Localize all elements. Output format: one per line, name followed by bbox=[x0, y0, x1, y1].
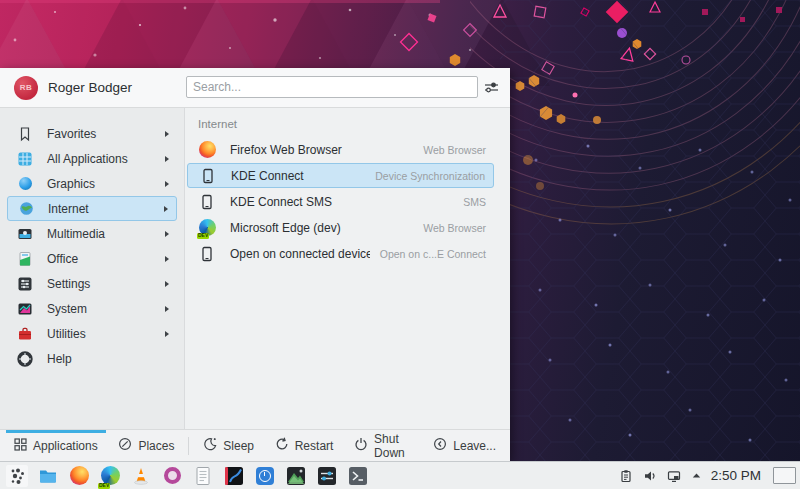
system-monitor-icon bbox=[17, 301, 33, 317]
sidebar-item-all-applications[interactable]: All Applications bbox=[7, 146, 177, 171]
chevron-right-icon bbox=[165, 131, 169, 137]
sidebar-label: All Applications bbox=[47, 152, 165, 166]
restart-arrow-icon bbox=[275, 437, 289, 454]
sidebar-item-favorites[interactable]: Favorites bbox=[7, 121, 177, 146]
vlc-cone-icon[interactable] bbox=[130, 465, 152, 487]
desktop: RB Roger Bodger Favorites All Applicati bbox=[0, 0, 800, 489]
tab-places[interactable]: Places bbox=[114, 430, 178, 461]
sidebar-label: Multimedia bbox=[47, 227, 165, 241]
leave-button[interactable]: Leave... bbox=[429, 430, 500, 461]
app-subtitle: Web Browser bbox=[423, 222, 486, 234]
app-row-kde-connect-sms[interactable]: KDE Connect SMS SMS bbox=[187, 189, 494, 214]
sidebar-item-settings[interactable]: Settings bbox=[7, 271, 177, 296]
app-name: KDE Connect bbox=[231, 169, 365, 183]
clipboard-icon[interactable] bbox=[619, 468, 634, 483]
media-screen-icon bbox=[17, 226, 33, 242]
sidebar-item-graphics[interactable]: Graphics bbox=[7, 171, 177, 196]
sphere-icon bbox=[17, 176, 33, 192]
terminal-icon[interactable] bbox=[347, 465, 369, 487]
chevron-right-icon bbox=[165, 156, 169, 162]
action-label: Leave... bbox=[453, 439, 496, 453]
sleep-button[interactable]: Sleep bbox=[199, 430, 258, 461]
caret-up-icon[interactable] bbox=[691, 468, 702, 483]
dark-wave-icon[interactable] bbox=[223, 465, 245, 487]
tab-applications[interactable]: Applications bbox=[10, 430, 102, 461]
app-row-microsoft-edge-dev[interactable]: dev Microsoft Edge (dev) Web Browser bbox=[187, 215, 494, 240]
smartphone-icon bbox=[199, 167, 217, 185]
footer-separator bbox=[188, 437, 189, 455]
app-row-open-on-connected-device[interactable]: Open on connected device via KDE Connect… bbox=[187, 241, 494, 266]
app-name: KDE Connect SMS bbox=[230, 195, 453, 209]
smartphone-icon bbox=[198, 245, 216, 263]
chevron-right-icon bbox=[164, 206, 168, 212]
edge-dev-icon: dev bbox=[198, 219, 216, 237]
globe-icon bbox=[18, 201, 34, 217]
sidebar-item-utilities[interactable]: Utilities bbox=[7, 321, 177, 346]
sidebar-label: Internet bbox=[48, 202, 164, 216]
clock[interactable]: 2:50 PM bbox=[711, 468, 761, 483]
category-sidebar: Favorites All Applications Graphics Inte… bbox=[0, 108, 185, 429]
app-subtitle: Web Browser bbox=[423, 144, 486, 156]
hex-mesh bbox=[500, 0, 800, 489]
sidebar-item-system[interactable]: System bbox=[7, 296, 177, 321]
power-icon bbox=[354, 437, 368, 454]
sidebar-item-office[interactable]: Office bbox=[7, 246, 177, 271]
action-label: Restart bbox=[295, 439, 334, 453]
app-row-kde-connect[interactable]: KDE Connect Device Synchronization bbox=[187, 163, 494, 188]
sidebar-label: Office bbox=[47, 252, 165, 266]
leave-circle-icon bbox=[433, 437, 447, 454]
sidebar-label: Help bbox=[47, 352, 169, 366]
sidebar-label: System bbox=[47, 302, 165, 316]
help-ring-icon bbox=[17, 351, 33, 367]
settings-sliders-icon bbox=[17, 276, 33, 292]
app-row-firefox[interactable]: Firefox Web Browser Web Browser bbox=[187, 137, 494, 162]
blue-clock-icon[interactable] bbox=[254, 465, 276, 487]
compass-icon bbox=[118, 437, 132, 454]
chevron-right-icon bbox=[165, 306, 169, 312]
purple-ring-icon[interactable] bbox=[161, 465, 183, 487]
sidebar-label: Utilities bbox=[47, 327, 165, 341]
kde-launcher-icon[interactable] bbox=[6, 465, 28, 487]
chevron-right-icon bbox=[165, 331, 169, 337]
avatar[interactable]: RB bbox=[14, 76, 38, 100]
sidebar-item-internet[interactable]: Internet bbox=[7, 196, 177, 221]
office-document-icon bbox=[17, 251, 33, 267]
dev-badge: dev bbox=[98, 483, 110, 489]
firefox-icon bbox=[198, 141, 216, 159]
toolbox-icon bbox=[17, 326, 33, 342]
restart-button[interactable]: Restart bbox=[271, 430, 338, 461]
application-list: Internet Firefox Web Browser Web Browser… bbox=[185, 108, 510, 429]
moon-icon bbox=[203, 437, 217, 454]
sidebar-item-multimedia[interactable]: Multimedia bbox=[7, 221, 177, 246]
system-tray: 2:50 PM bbox=[619, 467, 796, 484]
action-label: Shut Down bbox=[374, 432, 425, 460]
configure-sliders-icon[interactable] bbox=[483, 79, 500, 96]
chevron-right-icon bbox=[165, 281, 169, 287]
search-input[interactable] bbox=[186, 76, 478, 98]
chevron-right-icon bbox=[165, 231, 169, 237]
display-icon[interactable] bbox=[667, 468, 682, 483]
app-name: Open on connected device via KDE Connect bbox=[230, 247, 370, 261]
edge-dev-icon[interactable]: dev bbox=[99, 465, 121, 487]
sidebar-label: Settings bbox=[47, 277, 165, 291]
section-header: Internet bbox=[185, 114, 510, 137]
tab-label: Applications bbox=[33, 439, 98, 453]
sidebar-label: Favorites bbox=[47, 127, 165, 141]
sliders-dark-icon[interactable] bbox=[316, 465, 338, 487]
shut-down-button[interactable]: Shut Down bbox=[350, 430, 429, 461]
firefox-icon[interactable] bbox=[68, 465, 90, 487]
app-grid-icon bbox=[17, 151, 33, 167]
launcher-footer: Applications Places Sleep Restart Shut D… bbox=[0, 429, 510, 461]
app-name: Firefox Web Browser bbox=[230, 143, 413, 157]
application-launcher: RB Roger Bodger Favorites All Applicati bbox=[0, 68, 510, 461]
sidebar-item-help[interactable]: Help bbox=[7, 346, 177, 371]
app-subtitle: Device Synchronization bbox=[375, 170, 485, 182]
tab-label: Places bbox=[138, 439, 174, 453]
text-document-icon[interactable] bbox=[192, 465, 214, 487]
volume-icon[interactable] bbox=[643, 468, 658, 483]
show-desktop-button[interactable] bbox=[773, 467, 796, 484]
app-name: Microsoft Edge (dev) bbox=[230, 221, 413, 235]
folder-icon[interactable] bbox=[37, 465, 59, 487]
chevron-right-icon bbox=[165, 181, 169, 187]
photo-mountain-icon[interactable] bbox=[285, 465, 307, 487]
